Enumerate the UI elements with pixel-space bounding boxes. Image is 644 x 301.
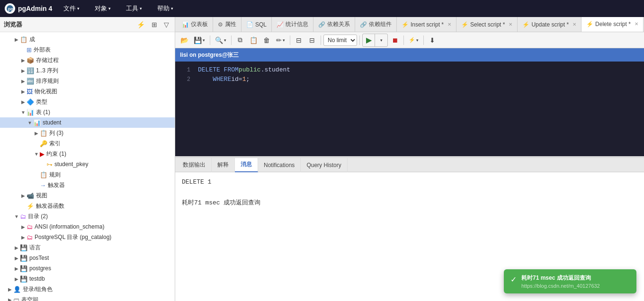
sidebar: 浏览器 ⚡ ⊞ ▽ ▶ 📋 成 ⊞ 外部表 ▶ 📦 存储过程 [0,17,175,301]
props-icon: ⚙ [218,21,223,28]
connection-bar: lisi on postgres@张三 [175,48,644,62]
sql-line-2: 2 WHERE id=1; [175,75,644,84]
toast-check-icon: ✓ [510,275,517,284]
tab-sql-view[interactable]: 📄 SQL [242,17,272,32]
tree-node-0[interactable]: ▶ 📋 成 [0,34,175,44]
find-btn[interactable]: 🔍▾ [213,34,229,46]
tree-node-posTest[interactable]: ▶ 💾 posTest [0,253,175,263]
toolbar-sep-5 [359,35,360,45]
insert-icon: ⚡ [402,21,409,28]
depcomp-icon: 🔗 [360,21,367,28]
tree-node-rules[interactable]: 📋 规则 [0,169,175,180]
open-file-btn[interactable]: 📂 [178,34,190,46]
delete-row-btn[interactable]: 🗑 [260,34,273,46]
tree-node-student[interactable]: ▼ 📊 student [0,117,175,128]
app-title: pgAdmin 4 [18,5,52,12]
expand-icon: ▶ [13,37,20,42]
delete-icon: ⚡ [586,21,593,27]
toolbar-sep-6 [403,35,404,45]
tab-update-script[interactable]: ⚡ Update script * ✕ [518,17,581,32]
sql-editor[interactable]: 1 DELETE FROM public.student 2 WHERE id=… [175,62,644,156]
tree-node-types[interactable]: ▶ 🔷 类型 [0,97,175,107]
tab-delete-script[interactable]: ⚡ Delete script * ✕ [581,17,644,32]
deps-icon: 🔗 [318,21,325,28]
sidebar-filter-btn[interactable]: ▽ [162,20,171,29]
tab-update-close[interactable]: ✕ [572,22,576,27]
format-btn[interactable]: ✏▾ [274,34,287,46]
output-line-3: 耗时71 msec 成功返回查询 [182,198,637,208]
tree-node-constraints[interactable]: ▼ ▶ 约束 (1) [0,149,175,159]
explain-btn[interactable]: ⚡ ▾ [406,34,421,46]
toolbar-sep-2 [231,35,232,45]
menu-tools[interactable]: 工具 ▾ [122,2,146,15]
tree-node-external-table[interactable]: ⊞ 外部表 [0,44,175,55]
run-btn[interactable]: ▶ [363,34,375,46]
toast-notification: ✓ 耗时71 msec 成功返回查询 https://blog.csdn.net… [504,269,636,293]
tree-node-collation[interactable]: ▶ 🔤 排序规则 [0,76,175,86]
tree-node-ansi[interactable]: ▶ 🗂 ANSI (information_schema) [0,221,175,232]
tab-dependents[interactable]: 🔗 依赖组件 [355,17,397,32]
tree-node-sequence[interactable]: ▶ 🔢 1..3 序列 [0,65,175,76]
menu-object[interactable]: 对象 ▾ [91,2,115,15]
tree-node-columns[interactable]: ▶ 📋 列 (3) [0,128,175,138]
tab-delete-close[interactable]: ✕ [635,21,638,27]
tree-node-student-pkey[interactable]: 🗝 student_pkey [0,159,175,169]
output-line-1: DELETE 1 [182,177,637,187]
tree-node-trigger-funcs[interactable]: ⚡ 触发器函数 [0,201,175,211]
menu-file-arrow: ▾ [77,6,80,11]
tab-dashboard[interactable]: 📊 仪表板 [177,17,213,32]
tab-select-script[interactable]: ⚡ Select script * ✕ [456,17,518,32]
tree-node-language[interactable]: ▶ 💾 语言 [0,242,175,253]
tree-node-triggers[interactable]: → 触发器 [0,180,175,190]
tab-explain[interactable]: 解释 [212,158,235,172]
stop-btn[interactable]: ⏹ [389,34,401,46]
run-arrow-btn[interactable]: ▾ [375,34,387,46]
save-btn[interactable]: 💾▾ [191,34,207,46]
toast-content: 耗时71 msec 成功返回查询 https://blog.csdn.net/m… [521,274,600,289]
filter-btn-2[interactable]: ⊟ [306,34,318,46]
tab-insert-close[interactable]: ✕ [447,22,451,27]
toolbar-sep-4 [321,35,321,45]
tab-notifications[interactable]: Notifications [258,158,301,172]
menu-help-arrow: ▾ [171,6,173,11]
stats-icon: 📈 [277,21,284,28]
top-tabs: 📊 仪表板 ⚙ 属性 📄 SQL 📈 统计信息 🔗 依赖关系 🔗 依赖组件 [175,17,644,32]
download-btn[interactable]: ⬇ [426,34,438,46]
tab-query-history[interactable]: Query History [301,158,347,172]
menu-help[interactable]: 帮助 ▾ [153,2,177,15]
tree-node-stored-proc[interactable]: ▶ 📦 存储过程 [0,55,175,65]
tree-node-catalogs[interactable]: ▼ 🗂 目录 (2) [0,211,175,221]
paste-btn[interactable]: 📋 [247,34,259,46]
tab-data-output[interactable]: 数据输出 [177,158,212,172]
tree-node-pg-catalog[interactable]: ▶ 🗂 PostgreSQL 目录 (pg_catalog) [0,232,175,242]
tab-properties[interactable]: ⚙ 属性 [213,17,242,32]
limit-select[interactable]: No limit [323,35,357,46]
sidebar-refresh-btn[interactable]: ⚡ [135,20,147,29]
sidebar-header: 浏览器 ⚡ ⊞ ▽ [0,17,175,32]
connection-label: lisi on postgres@张三 [180,51,239,59]
tab-dependencies[interactable]: 🔗 依赖关系 [313,17,355,32]
sidebar-grid-btn[interactable]: ⊞ [150,20,159,29]
tab-insert-script[interactable]: ⚡ Insert script * ✕ [397,17,456,32]
copy-btn[interactable]: ⧉ [234,34,246,46]
tree-node-views[interactable]: ▶ 📹 视图 [0,190,175,201]
tree-node-matview[interactable]: ▶ 🖼 物化视图 [0,86,175,97]
tree-node-indexes[interactable]: 🔑 索引 [0,138,175,149]
menu-bar: pg pgAdmin 4 文件 ▾ 对象 ▾ 工具 ▾ 帮助 ▾ [0,0,644,17]
tree-node-tablespace[interactable]: ▶ 🗃 表空间 [0,294,175,301]
output-line-2 [182,187,637,198]
sidebar-toolbar: ⚡ ⊞ ▽ [135,20,171,29]
tree-node-login-roles[interactable]: ▶ 👤 登录/组角色 [0,284,175,294]
tree-node-testdb[interactable]: ▶ 💾 testdb [0,274,175,284]
main-layout: 浏览器 ⚡ ⊞ ▽ ▶ 📋 成 ⊞ 外部表 ▶ 📦 存储过程 [0,17,644,301]
tree-node-postgres[interactable]: ▶ 💾 postgres [0,263,175,274]
menu-tools-arrow: ▾ [140,6,142,11]
tab-statistics[interactable]: 📈 统计信息 [272,17,313,32]
filter-btn-1[interactable]: ⊟ [293,34,305,46]
menu-file[interactable]: 文件 ▾ [60,2,83,15]
editor-section: lisi on postgres@张三 1 DELETE FROM public… [175,48,644,301]
tree-node-tables[interactable]: ▼ 📊 表 (1) [0,107,175,117]
tab-select-close[interactable]: ✕ [509,22,512,27]
tab-messages[interactable]: 消息 [235,158,258,172]
update-icon: ⚡ [522,21,529,28]
